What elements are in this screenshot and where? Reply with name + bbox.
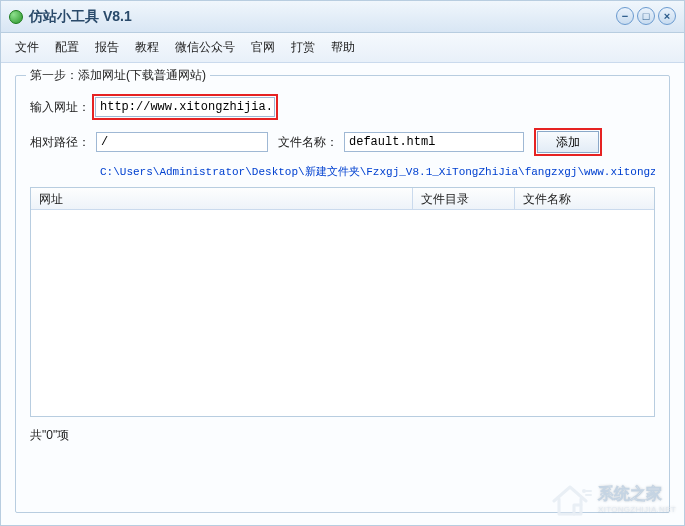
- menu-website[interactable]: 官网: [251, 39, 275, 56]
- menu-config[interactable]: 配置: [55, 39, 79, 56]
- col-dir[interactable]: 文件目录: [413, 188, 515, 209]
- menu-wechat[interactable]: 微信公众号: [175, 39, 235, 56]
- window-title: 仿站小工具 V8.1: [29, 8, 132, 26]
- url-table: 网址 文件目录 文件名称: [30, 187, 655, 417]
- add-button[interactable]: 添加: [537, 131, 599, 153]
- path-label: 相对路径：: [30, 134, 90, 151]
- watermark-en: XITONGZHIJIA.NET: [598, 505, 676, 514]
- titlebar: 仿站小工具 V8.1 − □ ×: [1, 1, 684, 33]
- watermark: 系统之家 XITONGZHIJIA.NET: [548, 479, 676, 519]
- client-area: 第一步：添加网址(下载普通网站) 输入网址： 相对路径： 文件名称： 添加 C:…: [1, 63, 684, 525]
- save-path-display: C:\Users\Administrator\Desktop\新建文件夹\Fzx…: [100, 164, 655, 179]
- url-label: 输入网址：: [30, 99, 90, 116]
- watermark-cn: 系统之家: [598, 484, 676, 505]
- url-highlight: [92, 94, 278, 120]
- file-label: 文件名称：: [278, 134, 338, 151]
- close-button[interactable]: ×: [658, 7, 676, 25]
- minimize-button[interactable]: −: [616, 7, 634, 25]
- file-input[interactable]: [344, 132, 524, 152]
- menu-file[interactable]: 文件: [15, 39, 39, 56]
- menu-donate[interactable]: 打赏: [291, 39, 315, 56]
- group-legend: 第一步：添加网址(下载普通网站): [26, 67, 210, 84]
- window-controls: − □ ×: [616, 7, 676, 25]
- watermark-text: 系统之家 XITONGZHIJIA.NET: [598, 484, 676, 514]
- menu-report[interactable]: 报告: [95, 39, 119, 56]
- menu-tutorial[interactable]: 教程: [135, 39, 159, 56]
- col-url[interactable]: 网址: [31, 188, 413, 209]
- path-row: 相对路径： 文件名称： 添加: [30, 128, 655, 156]
- menu-help[interactable]: 帮助: [331, 39, 355, 56]
- maximize-button[interactable]: □: [637, 7, 655, 25]
- col-name[interactable]: 文件名称: [515, 188, 654, 209]
- item-count: 共"0"项: [30, 427, 655, 444]
- step1-group: 第一步：添加网址(下载普通网站) 输入网址： 相对路径： 文件名称： 添加 C:…: [15, 75, 670, 513]
- menubar: 文件 配置 报告 教程 微信公众号 官网 打赏 帮助: [1, 33, 684, 63]
- table-body[interactable]: [31, 210, 654, 416]
- house-icon: [548, 479, 592, 519]
- add-highlight: 添加: [534, 128, 602, 156]
- path-input[interactable]: [96, 132, 268, 152]
- url-row: 输入网址：: [30, 94, 655, 120]
- url-input[interactable]: [95, 97, 275, 117]
- table-header: 网址 文件目录 文件名称: [31, 188, 654, 210]
- app-icon: [9, 10, 23, 24]
